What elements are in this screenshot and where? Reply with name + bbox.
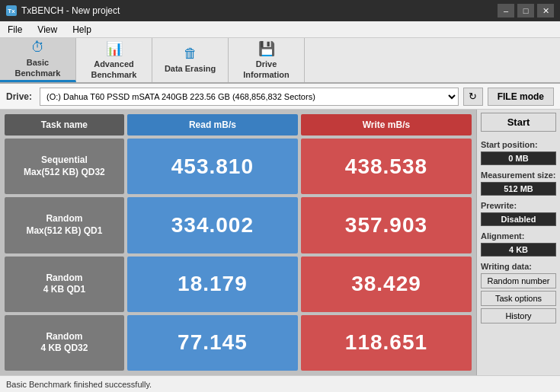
- prewrite-value: Disabled: [481, 212, 556, 226]
- write-value-3: 118.651: [301, 315, 472, 371]
- table-header: Task name Read mB/s Write mB/s: [5, 114, 472, 135]
- menu-file[interactable]: File: [5, 23, 25, 37]
- table-row: Random 4 KB QD32 77.145 118.651: [5, 315, 472, 371]
- basic-benchmark-label: Basic Benchmark: [15, 58, 61, 78]
- right-panel: Start Start position: 0 MB Measurement s…: [476, 110, 560, 375]
- maximize-button[interactable]: □: [517, 4, 534, 18]
- data-erasing-label: Data Erasing: [165, 64, 216, 74]
- tab-basic-benchmark[interactable]: ⏱ Basic Benchmark: [0, 38, 76, 82]
- benchmark-area: Task name Read mB/s Write mB/s Sequentia…: [0, 110, 476, 375]
- alignment-value: 4 KB: [481, 243, 556, 257]
- table-row: Random 4 KB QD1 18.179 38.429: [5, 257, 472, 312]
- window-title: TxBENCH - New project: [21, 5, 120, 16]
- read-value-0: 453.810: [127, 139, 298, 194]
- column-header-task: Task name: [5, 114, 124, 135]
- drive-information-label: Drive Information: [243, 59, 290, 79]
- app-icon: Tx: [6, 5, 17, 16]
- task-label-1: Random Max(512 KB) QD1: [5, 197, 124, 253]
- drive-information-icon: 💾: [258, 40, 275, 57]
- write-value-2: 38.429: [301, 257, 472, 312]
- start-position-label: Start position:: [481, 140, 556, 149]
- measurement-size-label: Measurement size:: [481, 171, 556, 180]
- menu-view[interactable]: View: [34, 23, 60, 37]
- read-value-2: 18.179: [127, 257, 298, 312]
- column-header-read: Read mB/s: [127, 114, 298, 135]
- file-mode-button[interactable]: FILE mode: [488, 88, 554, 106]
- alignment-label: Alignment:: [481, 231, 556, 241]
- window-controls: – □ ✕: [498, 4, 554, 18]
- status-bar: Basic Benchmark finished successfully.: [0, 375, 560, 392]
- advanced-benchmark-icon: 📊: [106, 40, 123, 57]
- drive-row: Drive: (O:) Dahua T60 PSSD mSATA 240GB 2…: [0, 84, 560, 110]
- write-value-0: 438.538: [301, 139, 472, 194]
- toolbar: ⏱ Basic Benchmark 📊 Advanced Benchmark 🗑…: [0, 38, 560, 84]
- status-text: Basic Benchmark finished successfully.: [6, 380, 152, 389]
- drive-select[interactable]: (O:) Dahua T60 PSSD mSATA 240GB 223.56 G…: [40, 88, 459, 106]
- basic-benchmark-icon: ⏱: [31, 40, 45, 56]
- menu-bar: File View Help: [0, 21, 560, 38]
- table-row: Random Max(512 KB) QD1 334.002 357.903: [5, 197, 472, 253]
- start-position-value: 0 MB: [481, 151, 556, 165]
- tab-data-erasing[interactable]: 🗑 Data Erasing: [152, 38, 229, 82]
- drive-label: Drive:: [6, 91, 35, 102]
- measurement-size-value: 512 MB: [481, 182, 556, 196]
- tab-advanced-benchmark[interactable]: 📊 Advanced Benchmark: [76, 38, 152, 82]
- task-label-3: Random 4 KB QD32: [5, 315, 124, 371]
- writing-data-button[interactable]: Random number: [481, 273, 556, 288]
- writing-data-label: Writing data:: [481, 262, 556, 271]
- prewrite-label: Prewrite:: [481, 201, 556, 210]
- minimize-button[interactable]: –: [498, 4, 514, 18]
- task-label-0: Sequential Max(512 KB) QD32: [5, 139, 124, 194]
- title-bar: Tx TxBENCH - New project – □ ✕: [0, 0, 560, 21]
- task-label-2: Random 4 KB QD1: [5, 257, 124, 312]
- table-row: Sequential Max(512 KB) QD32 453.810 438.…: [5, 139, 472, 194]
- column-header-write: Write mB/s: [301, 114, 472, 135]
- read-value-3: 77.145: [127, 315, 298, 371]
- task-options-button[interactable]: Task options: [481, 291, 556, 306]
- tab-drive-information[interactable]: 💾 Drive Information: [229, 38, 305, 82]
- main-content: Task name Read mB/s Write mB/s Sequentia…: [0, 110, 560, 375]
- start-button[interactable]: Start: [481, 113, 556, 132]
- read-value-1: 334.002: [127, 197, 298, 253]
- title-bar-left: Tx TxBENCH - New project: [6, 5, 120, 16]
- drive-refresh-button[interactable]: ↻: [463, 88, 483, 106]
- advanced-benchmark-label: Advanced Benchmark: [91, 59, 137, 79]
- write-value-1: 357.903: [301, 197, 472, 253]
- history-button[interactable]: History: [481, 308, 556, 323]
- data-erasing-icon: 🗑: [184, 46, 197, 62]
- menu-help[interactable]: Help: [69, 23, 94, 37]
- close-button[interactable]: ✕: [537, 4, 554, 18]
